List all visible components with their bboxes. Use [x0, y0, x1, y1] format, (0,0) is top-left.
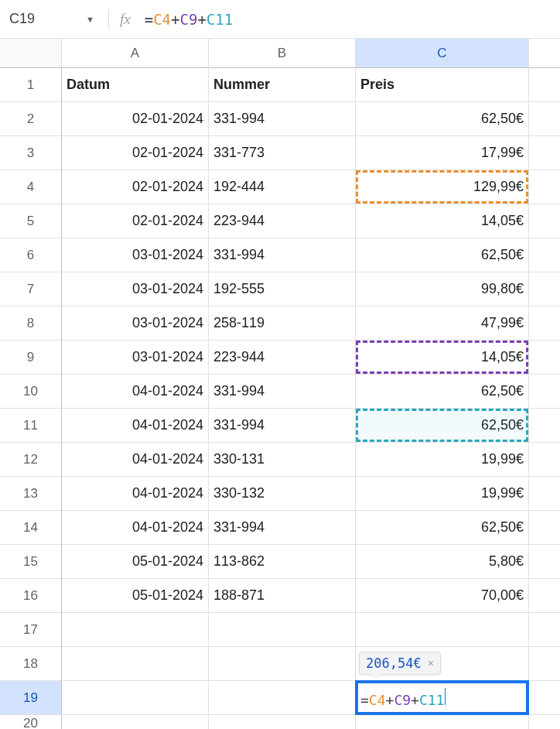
cell-C2[interactable]: 62,50€ — [356, 102, 529, 136]
cell-A9[interactable]: 03-01-2024 — [62, 341, 209, 375]
row-header[interactable]: 20 — [0, 715, 62, 729]
cell-C4[interactable]: 129,99€ — [356, 170, 529, 204]
column-header-extra[interactable] — [529, 39, 560, 68]
cell-extra[interactable] — [529, 409, 560, 443]
row-header[interactable]: 6 — [0, 238, 62, 272]
cell-A5[interactable]: 02-01-2024 — [62, 204, 209, 238]
column-header-a[interactable]: A — [62, 39, 209, 68]
cell-A8[interactable]: 03-01-2024 — [62, 306, 209, 341]
cell-A3[interactable]: 02-01-2024 — [62, 136, 209, 170]
column-header-c[interactable]: C — [356, 39, 529, 68]
cell-extra[interactable] — [529, 375, 560, 409]
cell-B3[interactable]: 331-773 — [209, 136, 356, 170]
cell-A20[interactable] — [62, 715, 209, 729]
cell-B10[interactable]: 331-994 — [209, 375, 356, 409]
row-header[interactable]: 1 — [0, 68, 62, 102]
cell-A7[interactable]: 03-01-2024 — [62, 272, 209, 306]
row-header[interactable]: 8 — [0, 306, 62, 341]
cell-B13[interactable]: 330-132 — [209, 477, 356, 511]
row-header[interactable]: 11 — [0, 409, 62, 443]
cell-C19[interactable]: 206,54€×=C4+C9+C11 — [356, 681, 529, 715]
cell-B2[interactable]: 331-994 — [209, 102, 356, 136]
row-header[interactable]: 3 — [0, 136, 62, 170]
cell-B8[interactable]: 258-119 — [209, 306, 356, 341]
cell-B14[interactable]: 331-994 — [209, 511, 356, 545]
cell-extra[interactable] — [529, 272, 560, 306]
select-all-corner[interactable] — [0, 39, 62, 68]
cell-A6[interactable]: 03-01-2024 — [62, 238, 209, 272]
cell-B20[interactable] — [209, 715, 356, 729]
cell-C14[interactable]: 62,50€ — [356, 511, 529, 545]
cell-C10[interactable]: 62,50€ — [356, 375, 529, 409]
cell-extra[interactable] — [529, 306, 560, 341]
cell-C17[interactable] — [356, 613, 529, 647]
cell-extra[interactable] — [529, 238, 560, 272]
cell-B17[interactable] — [209, 613, 356, 647]
row-header[interactable]: 7 — [0, 272, 62, 306]
row-header[interactable]: 15 — [0, 545, 62, 579]
cell-B1[interactable]: Nummer — [209, 68, 356, 102]
cell-B4[interactable]: 192-444 — [209, 170, 356, 204]
cell-A11[interactable]: 04-01-2024 — [62, 409, 209, 443]
cell-extra[interactable] — [529, 511, 560, 545]
cell-B15[interactable]: 113-862 — [209, 545, 356, 579]
cell-extra[interactable] — [529, 579, 560, 613]
cell-extra[interactable] — [529, 647, 560, 681]
cell-C8[interactable]: 47,99€ — [356, 306, 529, 341]
cell-A1[interactable]: Datum — [62, 68, 209, 102]
cell-C1[interactable]: Preis — [356, 68, 529, 102]
row-header[interactable]: 17 — [0, 613, 62, 647]
cell-extra[interactable] — [529, 68, 560, 102]
cell-B18[interactable] — [209, 647, 356, 681]
cell-A4[interactable]: 02-01-2024 — [62, 170, 209, 204]
cell-B16[interactable]: 188-871 — [209, 579, 356, 613]
cell-C7[interactable]: 99,80€ — [356, 272, 529, 306]
cell-A2[interactable]: 02-01-2024 — [62, 102, 209, 136]
cell-extra[interactable] — [529, 102, 560, 136]
row-header[interactable]: 10 — [0, 375, 62, 409]
cell-A15[interactable]: 05-01-2024 — [62, 545, 209, 579]
cell-C20[interactable] — [356, 715, 529, 729]
cell-A14[interactable]: 04-01-2024 — [62, 511, 209, 545]
cell-C12[interactable]: 19,99€ — [356, 443, 529, 477]
cell-A12[interactable]: 04-01-2024 — [62, 443, 209, 477]
cell-B9[interactable]: 223-944 — [209, 341, 356, 375]
name-box[interactable]: C19 ▼ — [3, 11, 104, 27]
cell-extra[interactable] — [529, 681, 560, 715]
row-header[interactable]: 4 — [0, 170, 62, 204]
chevron-down-icon[interactable]: ▼ — [86, 15, 94, 24]
row-header[interactable]: 18 — [0, 647, 62, 681]
cell-extra[interactable] — [529, 477, 560, 511]
cell-A16[interactable]: 05-01-2024 — [62, 579, 209, 613]
column-header-b[interactable]: B — [209, 39, 356, 68]
row-header[interactable]: 2 — [0, 102, 62, 136]
cell-C15[interactable]: 5,80€ — [356, 545, 529, 579]
row-header[interactable]: 12 — [0, 443, 62, 477]
row-header[interactable]: 16 — [0, 579, 62, 613]
cell-B7[interactable]: 192-555 — [209, 272, 356, 306]
cell-extra[interactable] — [529, 136, 560, 170]
cell-A10[interactable]: 04-01-2024 — [62, 375, 209, 409]
cell-extra[interactable] — [529, 715, 560, 729]
cell-extra[interactable] — [529, 204, 560, 238]
spreadsheet-grid[interactable]: ABC1DatumNummerPreis202-01-2024331-99462… — [0, 39, 560, 729]
cell-extra[interactable] — [529, 341, 560, 375]
cell-C5[interactable]: 14,05€ — [356, 204, 529, 238]
cell-extra[interactable] — [529, 170, 560, 204]
cell-extra[interactable] — [529, 613, 560, 647]
cell-extra[interactable] — [529, 545, 560, 579]
cell-B5[interactable]: 223-944 — [209, 204, 356, 238]
cell-C3[interactable]: 17,99€ — [356, 136, 529, 170]
formula-input[interactable]: = C4 + C9 + C11 — [145, 11, 233, 28]
cell-B19[interactable] — [209, 681, 356, 715]
cell-B11[interactable]: 331-994 — [209, 409, 356, 443]
close-icon[interactable]: × — [428, 657, 434, 669]
cell-extra[interactable] — [529, 443, 560, 477]
cell-C11[interactable]: 62,50€ — [356, 409, 529, 443]
row-header[interactable]: 19 — [0, 681, 62, 715]
cell-editor[interactable]: =C4+C9+C11 — [360, 688, 446, 708]
row-header[interactable]: 14 — [0, 511, 62, 545]
cell-C13[interactable]: 19,99€ — [356, 477, 529, 511]
row-header[interactable]: 13 — [0, 477, 62, 511]
fx-icon[interactable]: fx — [120, 11, 131, 28]
